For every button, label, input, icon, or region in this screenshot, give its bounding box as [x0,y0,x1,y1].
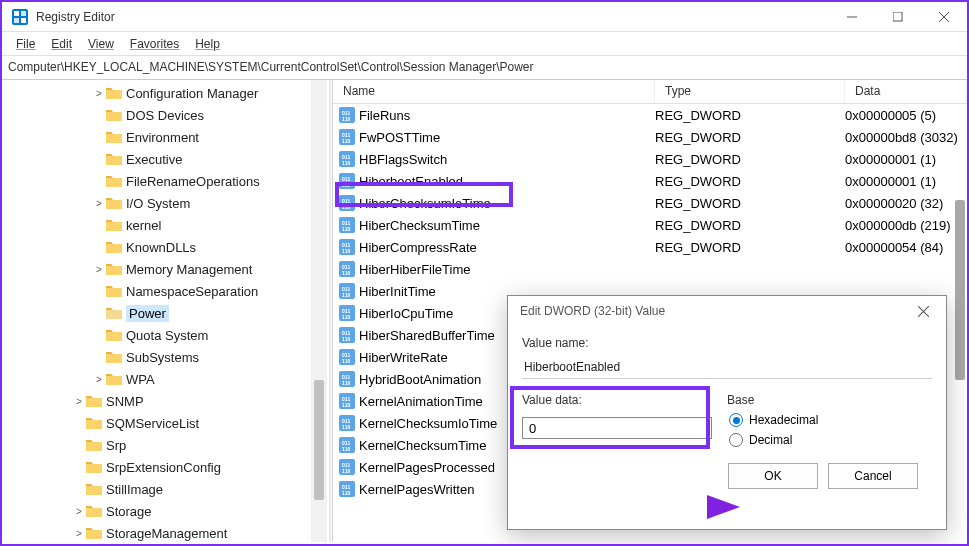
value-name-field[interactable]: HiberbootEnabled [522,356,932,379]
radio-decimal[interactable]: Decimal [729,433,932,447]
tree-caret-icon[interactable]: > [72,528,86,539]
minimize-button[interactable] [829,2,875,32]
tree-item[interactable]: >kernel [2,214,327,236]
tree-item[interactable]: >StorageManagement [2,522,327,542]
tree-item-label: Memory Management [126,262,252,277]
list-row[interactable]: 011110FileRunsREG_DWORD0x00000005 (5) [333,104,967,126]
svg-marker-66 [707,495,740,519]
svg-text:110: 110 [342,336,351,342]
list-row[interactable]: 011110FwPOSTTimeREG_DWORD0x00000bd8 (303… [333,126,967,148]
list-scroll-thumb[interactable] [955,200,965,380]
value-type: REG_DWORD [655,240,845,255]
tree-item[interactable]: >Srp [2,434,327,456]
tree-caret-icon[interactable]: > [92,264,106,275]
tree-item-label: StillImage [106,482,163,497]
radio-hexadecimal[interactable]: Hexadecimal [729,413,932,427]
tree-item[interactable]: >Power [2,302,327,324]
col-data-header[interactable]: Data [845,80,967,103]
svg-text:110: 110 [342,380,351,386]
menu-favorites[interactable]: Favorites [122,35,187,53]
svg-text:110: 110 [342,314,351,320]
tree-item[interactable]: >FileRenameOperations [2,170,327,192]
value-data: 0x00000020 (32) [845,196,967,211]
svg-rect-6 [893,12,902,21]
tree-item-label: DOS Devices [126,108,204,123]
list-row[interactable]: 011110HBFlagsSwitchREG_DWORD0x00000001 (… [333,148,967,170]
tree-item-label: Storage [106,504,152,519]
menu-edit[interactable]: Edit [43,35,80,53]
svg-text:110: 110 [342,160,351,166]
tree-caret-icon[interactable]: > [72,506,86,517]
tree-item[interactable]: >Environment [2,126,327,148]
registry-app-icon [12,9,28,25]
list-row[interactable]: 011110HiberChecksumIoTimeREG_DWORD0x0000… [333,192,967,214]
tree-item[interactable]: >KnownDLLs [2,236,327,258]
tree-scroll-thumb[interactable] [314,380,324,500]
value-name: HiberWriteRate [359,350,448,365]
value-name: HiberSharedBufferTime [359,328,495,343]
list-row[interactable]: 011110HiberChecksumTimeREG_DWORD0x000000… [333,214,967,236]
tree-panel: >Configuration Manager>DOS Devices>Envir… [2,80,327,542]
list-row[interactable]: 011110HiberbootEnabledREG_DWORD0x0000000… [333,170,967,192]
tree-item[interactable]: >SQMServiceList [2,412,327,434]
value-type: REG_DWORD [655,218,845,233]
col-type-header[interactable]: Type [655,80,845,103]
svg-rect-3 [14,18,19,23]
menu-view[interactable]: View [80,35,122,53]
value-name: HiberIoCpuTime [359,306,453,321]
svg-text:110: 110 [342,446,351,452]
tree-caret-icon[interactable]: > [72,396,86,407]
tree-item[interactable]: >Quota System [2,324,327,346]
ok-button[interactable]: OK [728,463,818,489]
tree-caret-icon[interactable]: > [92,88,106,99]
window-title: Registry Editor [36,10,829,24]
menu-file[interactable]: File [8,35,43,53]
column-headers[interactable]: Name Type Data [333,80,967,104]
tree-item-label: SubSystems [126,350,199,365]
address-bar[interactable]: Computer\HKEY_LOCAL_MACHINE\SYSTEM\Curre… [2,56,967,80]
tree-item[interactable]: >WPA [2,368,327,390]
svg-rect-1 [14,11,19,16]
tree-item[interactable]: >DOS Devices [2,104,327,126]
tree-item-label: Executive [126,152,182,167]
col-name-header[interactable]: Name [333,80,655,103]
svg-text:110: 110 [342,116,351,122]
value-name: HBFlagsSwitch [359,152,447,167]
tree-item[interactable]: >Storage [2,500,327,522]
tree-item-label: NamespaceSeparation [126,284,258,299]
tree-item[interactable]: >SubSystems [2,346,327,368]
tree-item[interactable]: >Executive [2,148,327,170]
value-name-label: Value name: [522,336,932,350]
value-data: 0x00000054 (84) [845,240,967,255]
tree-item-label: SrpExtensionConfig [106,460,221,475]
value-name: HiberHiberFileTime [359,262,470,277]
dialog-close-button[interactable] [908,296,938,326]
tree-item[interactable]: >SrpExtensionConfig [2,456,327,478]
tree-item-label: KnownDLLs [126,240,196,255]
maximize-button[interactable] [875,2,921,32]
value-name: HiberChecksumTime [359,218,480,233]
tree-item[interactable]: >NamespaceSeparation [2,280,327,302]
tree-scrollbar[interactable] [311,80,327,542]
value-name: HiberCompressRate [359,240,477,255]
list-row[interactable]: 011110HiberHiberFileTime [333,258,967,280]
tree-item-label: Configuration Manager [126,86,258,101]
close-button[interactable] [921,2,967,32]
value-name: HybridBootAnimation [359,372,481,387]
tree-caret-icon[interactable]: > [92,198,106,209]
base-label: Base [727,393,932,407]
value-data-input[interactable] [522,417,712,439]
tree-item[interactable]: >Configuration Manager [2,82,327,104]
tree-caret-icon[interactable]: > [92,374,106,385]
tree-item[interactable]: >SNMP [2,390,327,412]
tree-item[interactable]: >I/O System [2,192,327,214]
tree-item[interactable]: >StillImage [2,478,327,500]
value-name: KernelChecksumIoTime [359,416,497,431]
tree-item[interactable]: >Memory Management [2,258,327,280]
menu-help[interactable]: Help [187,35,228,53]
value-type: REG_DWORD [655,196,845,211]
svg-text:110: 110 [342,292,351,298]
list-row[interactable]: 011110HiberCompressRateREG_DWORD0x000000… [333,236,967,258]
value-name: HiberChecksumIoTime [359,196,491,211]
cancel-button[interactable]: Cancel [828,463,918,489]
